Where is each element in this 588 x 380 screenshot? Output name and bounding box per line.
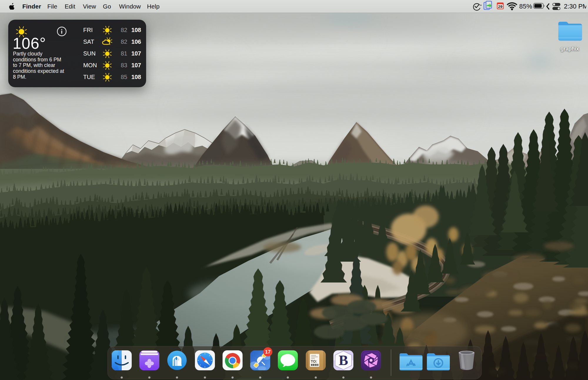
svg-text:B: B <box>339 352 348 368</box>
svg-text:TO:: TO: <box>311 359 317 364</box>
svg-text:2:30 PM: 2:30 PM <box>564 3 586 10</box>
svg-text:17: 17 <box>265 349 271 355</box>
svg-text:85%: 85% <box>519 3 532 10</box>
svg-text:29: 29 <box>498 4 502 9</box>
